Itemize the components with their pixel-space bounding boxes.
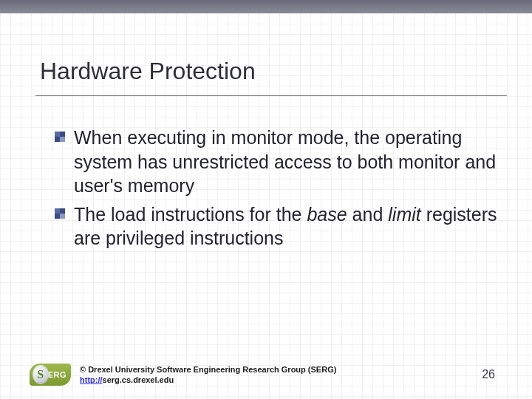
- bullet-text: The load instructions for the base and l…: [74, 204, 497, 249]
- footer: S ERG © Drexel University Software Engin…: [30, 364, 502, 386]
- svg-rect-9: [55, 214, 60, 219]
- bullet-item: The load instructions for the base and l…: [71, 202, 502, 250]
- svg-rect-3: [60, 132, 65, 137]
- page-number: 26: [482, 368, 502, 381]
- serg-logo-s: S: [33, 365, 49, 384]
- bullet-item: When executing in monitor mode, the oper…: [71, 126, 502, 198]
- serg-logo: S ERG: [30, 364, 71, 386]
- svg-rect-4: [55, 137, 60, 142]
- svg-rect-1: [55, 132, 60, 137]
- title-underline: [35, 95, 507, 96]
- copyright-url-rest: serg.cs.drexel.edu: [103, 375, 174, 384]
- slide-title: Hardware Protection: [40, 58, 502, 91]
- copyright-text: © Drexel University Software Engineering…: [80, 364, 336, 375]
- copyright-block: © Drexel University Software Engineering…: [80, 364, 336, 386]
- title-block: Hardware Protection: [40, 58, 502, 96]
- copyright-url: http://serg.cs.drexel.edu: [80, 375, 336, 385]
- bullet-text: When executing in monitor mode, the oper…: [74, 127, 496, 196]
- content-area: When executing in monitor mode, the oper…: [71, 126, 502, 255]
- svg-rect-8: [60, 208, 65, 214]
- svg-rect-7: [60, 214, 65, 219]
- top-bar: [0, 0, 532, 13]
- serg-logo-text: ERG: [48, 370, 66, 379]
- svg-rect-6: [55, 208, 60, 214]
- svg-rect-2: [60, 137, 65, 142]
- bullet-icon: [55, 132, 65, 142]
- bullet-icon: [55, 208, 65, 219]
- copyright-url-link[interactable]: http://: [80, 375, 103, 384]
